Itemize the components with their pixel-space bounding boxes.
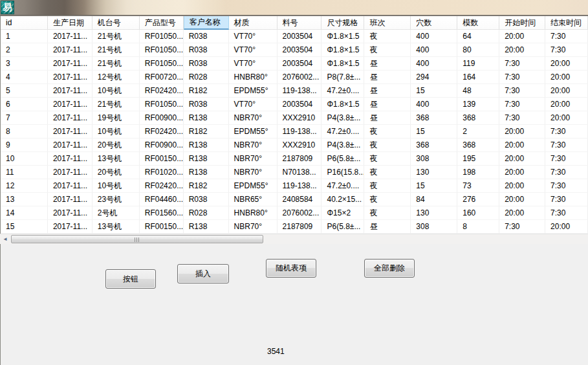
table-cell: R038	[184, 43, 229, 57]
table-cell: 10号机	[93, 125, 140, 138]
table-cell: NBR70°	[229, 138, 278, 152]
horizontal-scrollbar[interactable]: ◄	[0, 234, 588, 244]
table-cell: R038	[184, 57, 229, 71]
column-header[interactable]: 机台号	[93, 16, 140, 30]
table-cell: 7:30	[545, 206, 588, 220]
column-header[interactable]: 开始时间	[499, 16, 545, 30]
table-cell: RF04460...	[140, 193, 184, 206]
table-cell: VT70°	[229, 57, 278, 71]
table-cell: 7:30	[545, 166, 588, 179]
table-cell: HNBR80°	[229, 206, 278, 220]
table-cell: 2076002...	[278, 206, 322, 220]
column-header[interactable]: 尺寸规格	[321, 16, 364, 30]
table-row[interactable]: 122017-11...10号机RF02420...R182EPDM55°119…	[1, 179, 588, 193]
scroll-left-arrow-icon[interactable]: ◄	[1, 234, 10, 244]
insert-button[interactable]: 插入	[177, 264, 229, 283]
table-cell: 13	[1, 193, 48, 206]
table-row[interactable]: 12017-11...21号机RF01050...R038VT70°200350…	[1, 30, 588, 43]
table-row[interactable]: 142017-11...2号机RF01560...R028HNBR80°2076…	[1, 206, 588, 220]
column-header[interactable]: 班次	[364, 16, 411, 30]
table-row[interactable]: 32017-11...21号机RF01050...R038VT70°200350…	[1, 57, 588, 71]
table-cell: 2187809	[278, 152, 322, 166]
table-cell: P16(15.8...	[321, 166, 364, 179]
table-cell: 夜	[364, 179, 411, 193]
table-cell: P6(5.8±...	[321, 152, 364, 166]
table-row[interactable]: 42017-11...12号机RF00720...R028HNBR80°2076…	[1, 71, 588, 84]
column-header[interactable]: 生产日期	[48, 16, 93, 30]
table-row[interactable]: 52017-11...10号机RF02420...R182EPDM55°119-…	[1, 84, 588, 98]
table-cell: 5	[1, 84, 48, 98]
column-header[interactable]: 客户名称	[184, 16, 229, 30]
app-icon[interactable]: 易	[1, 1, 14, 14]
table-row[interactable]: 92017-11...20号机RF00900...R138NBR70°XXX29…	[1, 138, 588, 152]
table-cell: 10	[1, 152, 48, 166]
table-cell: RF02420...	[140, 179, 184, 193]
table-cell: 2003504	[278, 43, 322, 57]
table-cell: 15	[411, 84, 457, 98]
table-row[interactable]: 62017-11...21号机RF01050...R038VT70°200350…	[1, 98, 588, 111]
table-cell: 2017-11...	[48, 84, 93, 98]
table-cell: 400	[411, 98, 457, 111]
table-cell: 47.2±0....	[321, 125, 364, 138]
table-cell: Φ1.8×1.5	[321, 30, 364, 43]
table-cell: 7:30	[545, 43, 588, 57]
table-cell: R182	[184, 179, 229, 193]
table-cell: R138	[184, 152, 229, 166]
column-header[interactable]: id	[1, 16, 48, 30]
column-header[interactable]: 穴数	[411, 16, 457, 30]
table-cell: 40.2×15...	[321, 193, 364, 206]
table-cell: 130	[411, 206, 457, 220]
table-row[interactable]: 82017-11...10号机RF02420...R182EPDM55°119-…	[1, 125, 588, 138]
titlebar[interactable]: 易	[0, 0, 588, 15]
table-cell: 2017-11...	[48, 71, 93, 84]
random-items-button[interactable]: 随机表项	[266, 259, 316, 278]
table-cell: 2003504	[278, 57, 322, 71]
table-cell: 20号机	[93, 138, 140, 152]
column-header[interactable]: 模数	[457, 16, 499, 30]
table-cell: 11	[1, 166, 48, 179]
table-cell: 119-138...	[278, 84, 322, 98]
table-row[interactable]: 22017-11...21号机RF01050...R038VT70°200350…	[1, 43, 588, 57]
column-header[interactable]: 产品型号	[140, 16, 184, 30]
table-cell: RF01050...	[140, 57, 184, 71]
table-row[interactable]: 112017-11...20号机RF01020...R138NBR70°N701…	[1, 166, 588, 179]
table-cell: 20:00	[545, 111, 588, 125]
table-cell: R138	[184, 166, 229, 179]
table-row[interactable]: 152017-11...13号机RF00150...R138NBR70°2187…	[1, 220, 588, 234]
table-cell: 20:00	[499, 125, 545, 138]
table-cell: RF01050...	[140, 43, 184, 57]
table-cell: 139	[457, 98, 499, 111]
table-row[interactable]: 72017-11...19号机RF00900...R138NBR70°XXX29…	[1, 111, 588, 125]
table-cell: 2017-11...	[48, 125, 93, 138]
table-cell: 夜	[364, 166, 411, 179]
scrollbar-thumb[interactable]	[11, 235, 263, 243]
table-cell: 20:00	[499, 206, 545, 220]
delete-all-button[interactable]: 全部删除	[364, 259, 415, 278]
table-row[interactable]: 102017-11...13号机RF00150...R138NBR70°2187…	[1, 152, 588, 166]
table-cell: VT70°	[229, 98, 278, 111]
table-cell: 23号机	[93, 193, 140, 206]
table-cell: 4	[1, 71, 48, 84]
table-cell: 20号机	[93, 166, 140, 179]
table-cell: 21号机	[93, 98, 140, 111]
table-cell: 20:00	[499, 152, 545, 166]
table-cell: 73	[457, 179, 499, 193]
table-cell: 13号机	[93, 220, 140, 234]
column-header[interactable]: 料号	[278, 16, 322, 30]
table-cell: 119-138...	[278, 125, 322, 138]
table-cell: 2017-11...	[48, 179, 93, 193]
generic-button[interactable]: 按钮	[105, 269, 156, 289]
table-cell: 80	[457, 43, 499, 57]
table-cell: 20:00	[545, 98, 588, 111]
table-cell: 夜	[364, 125, 411, 138]
table-row[interactable]: 132017-11...23号机RF04460...R038NBR65°2408…	[1, 193, 588, 206]
table-cell: 15	[411, 179, 457, 193]
table-cell: 130	[411, 166, 457, 179]
table-cell: 20:00	[499, 166, 545, 179]
app-window: 易 id生产日期机台号产品型号客户名称材质料号尺寸规格班次穴数模数开始时间结束时…	[0, 0, 588, 365]
table-cell: RF00720...	[140, 71, 184, 84]
table-cell: 308	[411, 152, 457, 166]
table-cell: 2187809	[278, 220, 322, 234]
column-header[interactable]: 结束时间	[545, 16, 588, 30]
column-header[interactable]: 材质	[229, 16, 278, 30]
